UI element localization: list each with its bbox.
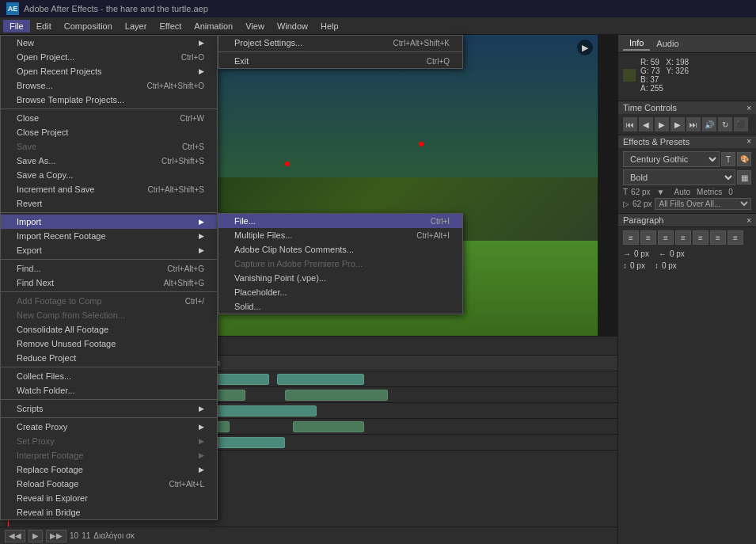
menu-browse-shortcut: Ctrl+Alt+Shift+O — [146, 82, 204, 90]
tab-info[interactable]: Info — [623, 36, 650, 51]
menu-save-copy[interactable]: Save a Copy... — [1, 168, 217, 182]
menu-layer[interactable]: Layer — [119, 20, 154, 32]
fill-dropdown[interactable]: All Fills Over All... — [655, 198, 751, 210]
size-px-label: 62 px — [633, 200, 652, 208]
justify-center-btn[interactable]: ≡ — [693, 230, 709, 245]
menu-interpret-footage[interactable]: Interpret Footage ▶ — [1, 448, 217, 462]
import-multiple-item[interactable]: Multiple Files... Ctrl+Alt+I — [218, 228, 462, 242]
info-content: R: 59 X: 198 G: 73 Y: 326 B: 37 A: 255 — [618, 53, 756, 101]
menu-reload-footage-label: Reload Footage — [17, 479, 78, 489]
menu-reduce-project[interactable]: Reduce Project — [1, 351, 217, 365]
menu-add-footage[interactable]: Add Footage to Comp Ctrl+/ — [1, 294, 217, 308]
menu-browse-templates[interactable]: Browse Template Projects... — [1, 93, 217, 107]
menu-effect[interactable]: Effect — [153, 20, 188, 32]
menu-save[interactable]: Save Ctrl+S — [1, 139, 217, 154]
menu-open-recent[interactable]: Open Recent Projects ▶ — [1, 64, 217, 78]
justify-all-btn[interactable]: ≡ — [728, 230, 743, 245]
menu-project-settings[interactable]: Project Settings... Ctrl+Alt+Shift+K — [218, 36, 462, 50]
import-clip-notes-item[interactable]: Adobe Clip Notes Comments... — [218, 242, 462, 257]
paragraph-title: Paragraph — [623, 215, 663, 225]
menu-set-proxy[interactable]: Set Proxy ▶ — [1, 434, 217, 448]
menu-scripts[interactable]: Scripts ▶ — [1, 401, 217, 416]
menu-open-project[interactable]: Open Project... Ctrl+O — [1, 50, 217, 64]
time-controls-buttons: ⏮ ◀ ▶ ▶ ⏭ 🔊 ↻ ⬛ — [618, 114, 756, 135]
menu-new-item[interactable]: New ▶ — [1, 36, 217, 50]
font-style-tool[interactable]: ▦ — [737, 170, 751, 185]
font-family-dropdown[interactable]: Century Gothic — [623, 151, 720, 167]
tc-first-btn[interactable]: ⏮ — [623, 117, 637, 131]
font-size-arrow: ▼ — [657, 188, 665, 196]
menu-collect-files[interactable]: Collect Files... — [1, 369, 217, 383]
tc-last-btn[interactable]: ⏭ — [686, 117, 701, 131]
menu-export-arrow: ▶ — [199, 246, 204, 254]
frame-step-fwd-btn[interactable]: ▶▶ — [46, 530, 66, 542]
justify-right-btn[interactable]: ≡ — [710, 230, 726, 245]
tc-loop-btn[interactable]: ↻ — [718, 117, 732, 131]
time-controls-close[interactable]: × — [747, 104, 751, 112]
menu-watch-folder[interactable]: Watch Folder... — [1, 383, 217, 398]
align-center-btn[interactable]: ≡ — [640, 230, 656, 245]
menu-exit[interactable]: Exit Ctrl+Q — [218, 54, 462, 68]
align-right-btn[interactable]: ≡ — [658, 230, 674, 245]
menu-reveal-bridge[interactable]: Reveal in Bridge — [1, 505, 217, 519]
color-picker-btn[interactable]: 🎨 — [737, 152, 751, 166]
menu-replace-footage[interactable]: Replace Footage ▶ — [1, 462, 217, 477]
preview-play-button[interactable]: ▶ — [577, 40, 593, 55]
color-swatch — [623, 69, 636, 82]
menu-reduce-project-label: Reduce Project — [17, 353, 76, 363]
menu-remove-unused-label: Remove Unused Footage — [17, 339, 116, 348]
menu-import[interactable]: Import ▶ — [1, 215, 217, 229]
tc-next-btn[interactable]: ▶ — [671, 117, 685, 131]
title-bar: AE Adobe After Effects - the hare and th… — [0, 0, 756, 17]
menu-new-comp[interactable]: New Comp from Selection... — [1, 308, 217, 322]
play-btn[interactable]: ▶ — [28, 530, 43, 542]
import-placeholder-item[interactable]: Placeholder... — [218, 285, 462, 299]
paragraph-align-buttons: ≡ ≡ ≡ ≡ ≡ ≡ ≡ — [618, 227, 756, 248]
menu-file[interactable]: File — [3, 20, 30, 32]
justify-left-btn[interactable]: ≡ — [675, 230, 691, 245]
import-vpe-item[interactable]: Vanishing Point (.vpe)... — [218, 271, 462, 285]
font-style-dropdown[interactable]: Bold — [623, 169, 735, 185]
menu-add-footage-shortcut: Ctrl+/ — [185, 297, 204, 306]
menu-revert[interactable]: Revert — [1, 196, 217, 211]
import-solid-item[interactable]: Solid... — [218, 299, 462, 314]
menu-animation[interactable]: Animation — [188, 20, 239, 32]
menu-reload-footage[interactable]: Reload Footage Ctrl+Alt+L — [1, 477, 217, 491]
tab-audio[interactable]: Audio — [650, 37, 685, 50]
menu-close-project[interactable]: Close Project — [1, 125, 217, 139]
menu-save-copy-label: Save a Copy... — [17, 170, 73, 180]
font-tool-btn[interactable]: T — [721, 152, 735, 166]
menu-remove-unused[interactable]: Remove Unused Footage — [1, 337, 217, 351]
menu-browse[interactable]: Browse... Ctrl+Alt+Shift+O — [1, 78, 217, 93]
menu-edit[interactable]: Edit — [30, 20, 58, 32]
menu-find[interactable]: Find... Ctrl+Alt+G — [1, 261, 217, 276]
menu-reveal-explorer[interactable]: Reveal in Explorer — [1, 491, 217, 505]
menu-add-footage-label: Add Footage to Comp — [17, 296, 102, 306]
menu-save-as[interactable]: Save As... Ctrl+Shift+S — [1, 154, 217, 168]
separator-4 — [1, 291, 217, 292]
menu-increment-save[interactable]: Increment and Save Ctrl+Alt+Shift+S — [1, 182, 217, 196]
import-file-item[interactable]: File... Ctrl+I — [218, 214, 462, 228]
menu-create-proxy[interactable]: Create Proxy ▶ — [1, 420, 217, 434]
menu-export[interactable]: Export ▶ — [1, 243, 217, 257]
menu-consolidate[interactable]: Consolidate All Footage — [1, 322, 217, 337]
menu-new-label: New — [17, 38, 34, 48]
menu-close[interactable]: Close Ctrl+W — [1, 111, 217, 125]
menu-import-recent[interactable]: Import Recent Footage ▶ — [1, 229, 217, 243]
menu-find-next[interactable]: Find Next Alt+Shift+G — [1, 276, 217, 290]
menu-view[interactable]: View — [239, 20, 271, 32]
indent-right-icon: ← — [659, 249, 667, 258]
effects-presets-title: Effects & Presets — [623, 137, 690, 146]
paragraph-close[interactable]: × — [747, 216, 751, 225]
tc-audio-btn[interactable]: 🔊 — [702, 117, 716, 131]
tc-play-btn[interactable]: ▶ — [655, 117, 669, 131]
menu-help[interactable]: Help — [314, 20, 345, 32]
import-premiere-item[interactable]: Capture in Adobe Premiere Pro... — [218, 257, 462, 271]
tc-prev-btn[interactable]: ◀ — [639, 117, 653, 131]
frame-step-back-btn[interactable]: ◀◀ — [5, 530, 25, 542]
menu-composition[interactable]: Composition — [58, 20, 119, 32]
align-left-btn[interactable]: ≡ — [623, 230, 639, 245]
effects-presets-close[interactable]: × — [747, 137, 751, 146]
menu-window[interactable]: Window — [271, 20, 314, 32]
tc-ram-btn[interactable]: ⬛ — [734, 117, 748, 131]
